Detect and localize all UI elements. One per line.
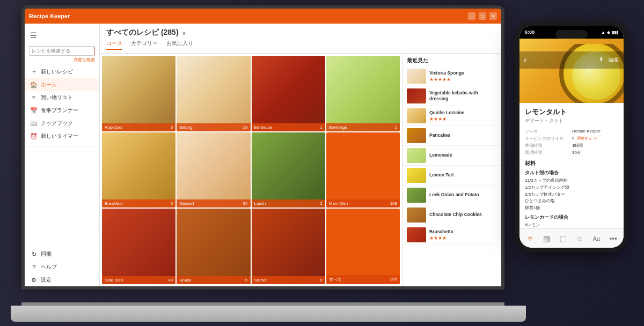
recent-stars-victoria-sponge: ★★★★★ [429,77,497,82]
recent-item-victoria-sponge[interactable]: Victoria Sponge ★★★★★ [402,66,501,86]
app-screen: Recipe Keeper — □ ✕ ☰ [25,9,501,286]
home-icon: 🏠 [30,82,38,88]
tab-course[interactable]: コース [106,40,122,50]
recent-thumb-pancakes [407,128,426,143]
category-starter[interactable]: Starter 9 [252,209,325,284]
recent-name-quiche: Quiche Lorraine [429,110,497,116]
recent-item-vegetable-kebabs[interactable]: Vegetable kebabs with dressing [402,86,501,106]
sidebar-item-cookbook[interactable]: 📖 クックブック [25,117,99,130]
phone-share-icon[interactable]: ⬚ [556,231,571,246]
category-baking-label: Baking 18 [177,123,250,131]
phone-list-icon[interactable]: ≡ [523,231,538,246]
category-lunch[interactable]: Lunch 2 [252,132,325,208]
recent-thumb-cookies [407,208,426,223]
shopping-label: 買い物リスト [41,94,73,101]
phone-more-icon[interactable]: ••• [606,231,621,246]
share-button[interactable]: ⬆ [599,56,603,64]
recent-name-lemon-tart: Lemon Tart [429,172,497,178]
category-snack[interactable]: Snack 6 [177,209,250,284]
edit-button[interactable]: 編集 [609,56,619,64]
search-button[interactable]: 🔍 [94,47,95,55]
servings-label: サービングのサイズ [525,136,571,142]
close-button[interactable]: ✕ [489,12,497,20]
phone-time: 6:00 [525,29,535,35]
category-sidedish[interactable]: Side Dish 40 [102,209,175,284]
app-title: Recipe Keeper [29,13,70,19]
sidebar-item-sync[interactable]: ↻ 同期 [25,248,99,261]
maximize-button[interactable]: □ [479,12,486,20]
category-sidedish-label: Side Dish 40 [102,276,175,284]
advanced-search-link[interactable]: 高度な検索 [25,57,99,63]
ingredient-sugar: 1/2カップアイシング糖 [525,184,618,191]
sidebar-item-planner[interactable]: 📅 食事プランナー [25,104,99,117]
phone-text-icon[interactable]: Aa [589,231,604,246]
recent-title: 最近見た [402,54,501,66]
phone-meta-grid: ソース Recipe Keeper サービングのサイズ 8 調整する +/- 準… [525,129,618,155]
category-dessert-label: Dessert 34 [177,199,250,208]
category-all-label: すべて 285 [326,275,400,284]
sidebar-item-timer[interactable]: ⏰ 新しいタイマー [25,130,99,143]
category-appetizer[interactable]: Appetizer 3 [102,56,175,131]
category-snack-label: Snack 6 [177,276,250,284]
category-barbecue[interactable]: Barbecue 1 [252,56,325,131]
recipe-image-background [519,39,624,103]
search-input[interactable] [30,47,94,55]
phone-star-icon[interactable]: ☆ [573,231,588,246]
category-beverage[interactable]: Beverage 1 [326,56,400,131]
help-icon: ? [30,264,38,270]
ingredient-egg: 卵黄1個 [525,205,618,212]
recent-info-quiche: Quiche Lorraine ★★★★ [429,110,497,121]
recent-item-pancakes[interactable]: Pancakes [402,126,501,146]
main-content: すべてのレシピ (285) ∨ コース カテゴリー お気に入り [100,24,501,286]
minimize-button[interactable]: — [468,12,475,20]
ingredient-butter: 2/3カップ軟化バター [525,191,618,198]
tab-category[interactable]: カテゴリー [131,40,158,50]
recent-thumb-victoria-sponge [407,69,426,84]
scene: Recipe Keeper — □ ✕ ☰ [0,0,644,326]
sync-label: 同期 [41,250,52,258]
main-header: すべてのレシピ (285) ∨ [100,24,501,40]
adjust-servings-link[interactable]: 調整する +/- [577,136,597,140]
back-button[interactable]: ‹ [524,55,526,65]
source-label: ソース [525,129,571,135]
hamburger-menu[interactable]: ☰ [25,28,99,43]
recent-item-lemon-tart[interactable]: Lemon Tart [402,166,501,186]
recent-stars-quiche: ★★★★ [429,116,497,122]
category-baking[interactable]: Baking 18 [177,56,250,131]
wifi-icon: ◆ [607,30,610,35]
sidebar-item-new-recipe[interactable]: ＋ 新しいレシピ [25,65,99,78]
sidebar-item-home[interactable]: 🏠 ホーム [25,78,99,91]
recent-item-leek-onion[interactable]: Leek Onion and Potato [402,186,501,205]
recent-thumb-leek-onion [407,188,426,203]
search-box: 🔍 [29,46,95,56]
sidebar-item-settings[interactable]: ⚙ 設定 [25,273,99,286]
ingredient-lemons: 6レモン [525,222,618,228]
phone-header-actions: ⬆ 編集 [599,56,619,64]
title-dropdown-arrow[interactable]: ∨ [182,30,186,36]
laptop-base [11,306,526,322]
sidebar-item-shopping[interactable]: ≡ 買い物リスト [25,91,99,104]
phone-grid-icon[interactable]: ▦ [539,231,554,246]
category-breakfast[interactable]: Breakfast 3 [102,132,175,208]
recent-info-bruschetta: Bruschetta ★★★★ [429,229,497,240]
sidebar-divider [25,146,99,146]
recent-thumb-quiche [407,108,426,123]
sidebar-item-help[interactable]: ? ヘルプ [25,261,99,273]
recent-item-lemonade[interactable]: Lemonade [402,146,501,166]
recent-name-victoria-sponge: Victoria Sponge [429,70,497,76]
category-barbecue-label: Barbecue 1 [252,123,325,131]
category-all[interactable]: すべて 285 [326,209,400,284]
category-maindish[interactable]: Main Dish 168 [326,132,400,208]
phone-recipe-subtitle: デザート・タルト [525,117,618,124]
recent-name-bruschetta: Bruschetta [429,229,497,235]
source-value: Recipe Keeper [572,129,618,135]
category-dessert[interactable]: Dessert 34 [177,132,250,208]
recent-item-cookies[interactable]: Chocolate Chip Cookies [402,205,501,225]
ingredient-flour: 11/2カップの多目的粉 [525,177,618,184]
recent-item-bruschetta[interactable]: Bruschetta ★★★★ [402,225,501,245]
recent-item-quiche[interactable]: Quiche Lorraine ★★★★ [402,106,501,126]
phone: 6:00 ▲ ◆ ▮▮▮ [515,21,628,252]
recent-info-cookies: Chocolate Chip Cookies [429,212,497,218]
recent-panel: 最近見た Victoria Sponge ★★★★★ [402,54,501,286]
tab-favorites[interactable]: お気に入り [166,40,193,50]
